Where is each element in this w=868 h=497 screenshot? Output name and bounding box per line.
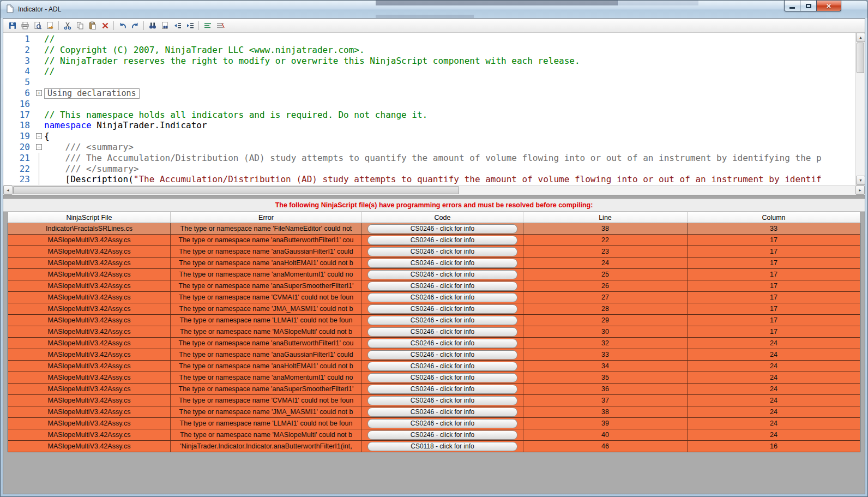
error-row[interactable]: MASlopeMultiV3.42Assy.csThe type or name… bbox=[8, 235, 860, 246]
column-header-ninjascript-file[interactable]: NinjaScript File bbox=[8, 212, 171, 223]
code-line[interactable]: 1// bbox=[3, 34, 855, 45]
editor-horizontal-scrollbar[interactable]: ◄ ► bbox=[3, 185, 865, 195]
error-row[interactable]: MASlopeMultiV3.42Assy.csThe type or name… bbox=[8, 361, 860, 372]
error-row[interactable]: MASlopeMultiV3.42Assy.csThe type or name… bbox=[8, 349, 860, 361]
copy-icon[interactable] bbox=[74, 20, 86, 31]
vertical-scroll-thumb[interactable] bbox=[857, 43, 864, 73]
error-row[interactable]: MASlopeMultiV3.42Assy.csThe type or name… bbox=[8, 384, 860, 395]
error-code-button[interactable]: CS0246 - click for info bbox=[367, 385, 517, 394]
find-icon[interactable] bbox=[146, 20, 159, 31]
error-row[interactable]: MASlopeMultiV3.42Assy.csThe type or name… bbox=[8, 395, 860, 406]
error-table-body: Indicator\FractalsSRLines.csThe type or … bbox=[8, 223, 860, 452]
column-header-line[interactable]: Line bbox=[523, 212, 688, 223]
collapsed-region[interactable]: Using declarations bbox=[44, 88, 140, 99]
error-row[interactable]: MASlopeMultiV3.42Assy.csThe type or name… bbox=[8, 338, 860, 349]
error-code-button[interactable]: CS0118 - click for info bbox=[367, 442, 517, 451]
column-header-error[interactable]: Error bbox=[171, 212, 362, 223]
code-line[interactable]: 2// Copyright (C) 2007, NinjaTrader LLC … bbox=[3, 45, 855, 56]
code-line[interactable]: 4// bbox=[3, 66, 855, 77]
code-line[interactable]: 6+Using declarations bbox=[3, 88, 855, 99]
cut-icon[interactable] bbox=[61, 20, 74, 31]
error-row[interactable]: MASlopeMultiV3.42Assy.csThe type or name… bbox=[8, 303, 860, 315]
code-segment: // This namespace holds all indicators a… bbox=[44, 110, 427, 120]
minimize-button[interactable] bbox=[784, 1, 800, 11]
titlebar[interactable]: Indicator - ADL × bbox=[1, 1, 867, 18]
error-row[interactable]: Indicator\FractalsSRLines.csThe type or … bbox=[8, 223, 860, 235]
code-segment: namespace bbox=[44, 120, 92, 130]
cell-line: 23 bbox=[523, 246, 688, 257]
column-header-column[interactable]: Column bbox=[688, 212, 860, 223]
code-line[interactable]: 3// NinjaTrader reserves the right to mo… bbox=[3, 56, 855, 67]
scroll-down-arrow[interactable]: ▼ bbox=[856, 176, 865, 185]
error-code-button[interactable]: CS0246 - click for info bbox=[367, 430, 517, 440]
scroll-left-arrow[interactable]: ◄ bbox=[3, 185, 13, 195]
scroll-right-arrow[interactable]: ► bbox=[855, 185, 865, 195]
error-code-button[interactable]: CS0246 - click for info bbox=[367, 282, 517, 291]
error-row[interactable]: MASlopeMultiV3.42Assy.csThe type or name… bbox=[8, 280, 860, 292]
print-icon[interactable] bbox=[19, 20, 31, 31]
print-preview-icon[interactable] bbox=[31, 20, 44, 31]
scroll-up-arrow[interactable]: ▲ bbox=[856, 33, 865, 42]
column-header-code[interactable]: Code bbox=[362, 212, 523, 223]
code-line[interactable]: 20− /// <summary> bbox=[3, 142, 855, 153]
error-code-button[interactable]: CS0246 - click for info bbox=[367, 304, 517, 314]
code-editor[interactable]: 1//2// Copyright (C) 2007, NinjaTrader L… bbox=[3, 33, 865, 185]
page-setup-icon[interactable] bbox=[44, 20, 56, 31]
error-code-button[interactable]: CS0246 - click for info bbox=[367, 316, 517, 325]
paste-icon[interactable] bbox=[86, 20, 99, 31]
error-code-button[interactable]: CS0246 - click for info bbox=[367, 270, 517, 279]
error-row[interactable]: MASlopeMultiV3.42Assy.csThe type or name… bbox=[8, 269, 860, 280]
error-row[interactable]: MASlopeMultiV3.42Assy.csThe type or name… bbox=[8, 429, 860, 441]
error-code-button[interactable]: CS0246 - click for info bbox=[367, 259, 517, 268]
find-in-files-icon[interactable] bbox=[159, 20, 171, 31]
code-line[interactable]: 17// This namespace holds all indicators… bbox=[3, 110, 855, 121]
error-code-button[interactable]: CS0246 - click for info bbox=[367, 419, 517, 428]
error-row[interactable]: MASlopeMultiV3.42Assy.csThe type or name… bbox=[8, 372, 860, 384]
code-line[interactable]: 19−{ bbox=[3, 131, 855, 142]
code-line[interactable]: 18namespace NinjaTrader.Indicator bbox=[3, 120, 855, 131]
code-line[interactable]: 21 /// The Accumulation/Distribution (AD… bbox=[3, 153, 855, 164]
save-icon[interactable] bbox=[6, 20, 19, 31]
redo-icon[interactable] bbox=[129, 20, 141, 31]
error-row[interactable]: MASlopeMultiV3.42Assy.cs'NinjaTrader.Ind… bbox=[8, 441, 860, 452]
fold-marker[interactable]: − bbox=[36, 133, 42, 139]
code-line[interactable]: 23 [Description("The Accumulation/Distri… bbox=[3, 174, 855, 185]
line-number: 18 bbox=[3, 120, 35, 131]
code-line[interactable]: 5 bbox=[3, 77, 855, 88]
error-row[interactable]: MASlopeMultiV3.42Assy.csThe type or name… bbox=[8, 406, 860, 418]
panel-splitter[interactable] bbox=[3, 195, 865, 199]
error-row[interactable]: MASlopeMultiV3.42Assy.csThe type or name… bbox=[8, 292, 860, 303]
cell-error: The type or namespace name 'anaSuperSmoo… bbox=[171, 384, 362, 394]
error-code-button[interactable]: CS0246 - click for info bbox=[367, 373, 517, 382]
close-button[interactable]: × bbox=[816, 1, 841, 11]
undo-icon[interactable] bbox=[116, 20, 129, 31]
error-code-button[interactable]: CS0246 - click for info bbox=[367, 408, 517, 417]
error-row[interactable]: MASlopeMultiV3.42Assy.csThe type or name… bbox=[8, 326, 860, 338]
fold-marker[interactable]: + bbox=[36, 90, 42, 96]
error-row[interactable]: MASlopeMultiV3.42Assy.csThe type or name… bbox=[8, 315, 860, 326]
error-row[interactable]: MASlopeMultiV3.42Assy.csThe type or name… bbox=[8, 418, 860, 429]
error-code-button[interactable]: CS0246 - click for info bbox=[367, 236, 517, 245]
comment-selection-icon[interactable] bbox=[201, 20, 214, 31]
editor-vertical-scrollbar[interactable]: ▲ ▼ bbox=[855, 33, 865, 185]
error-row[interactable]: MASlopeMultiV3.42Assy.csThe type or name… bbox=[8, 258, 860, 269]
uncomment-selection-icon[interactable] bbox=[214, 20, 226, 31]
error-code-button[interactable]: CS0246 - click for info bbox=[367, 396, 517, 405]
error-code-button[interactable]: CS0246 - click for info bbox=[367, 350, 517, 360]
error-code-button[interactable]: CS0246 - click for info bbox=[367, 224, 517, 233]
error-code-button[interactable]: CS0246 - click for info bbox=[367, 247, 517, 256]
error-row[interactable]: MASlopeMultiV3.42Assy.csThe type or name… bbox=[8, 246, 860, 258]
code-line[interactable]: 16 bbox=[3, 99, 855, 110]
error-code-button[interactable]: CS0246 - click for info bbox=[367, 327, 517, 337]
fold-marker[interactable]: − bbox=[36, 144, 42, 150]
indent-increase-icon[interactable] bbox=[184, 20, 196, 31]
delete-icon[interactable] bbox=[99, 20, 111, 31]
error-code-button[interactable]: CS0246 - click for info bbox=[367, 293, 517, 302]
maximize-button[interactable] bbox=[800, 1, 816, 11]
error-code-button[interactable]: CS0246 - click for info bbox=[367, 362, 517, 371]
cell-code: CS0246 - click for info bbox=[362, 303, 523, 314]
horizontal-scroll-thumb[interactable] bbox=[13, 186, 459, 194]
error-code-button[interactable]: CS0246 - click for info bbox=[367, 339, 517, 348]
indent-decrease-icon[interactable] bbox=[171, 20, 184, 31]
code-line[interactable]: 22 /// </summary> bbox=[3, 164, 855, 175]
